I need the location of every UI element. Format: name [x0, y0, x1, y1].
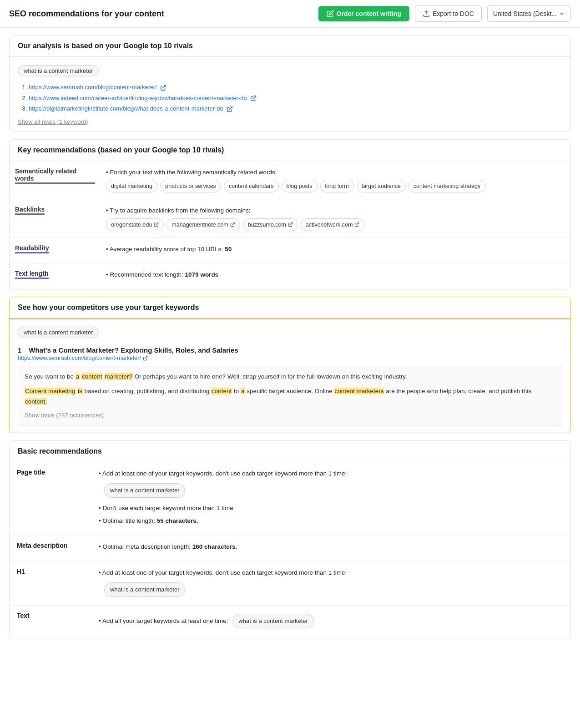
page-title-pill: what is a content marketer: [104, 481, 563, 500]
analysis-keyword-pill[interactable]: what is a content marketer: [18, 65, 99, 76]
competitor-para-1: So you want to be a content marketer? Or…: [25, 372, 555, 382]
external-link-icon-3: [227, 106, 233, 112]
svg-line-2: [253, 96, 256, 99]
highlight-content-marketers: content marketers: [334, 388, 384, 394]
basic-rec-label-h1: H1: [10, 561, 91, 606]
text-length-bullet: • Recommended text length: 1079 words: [106, 270, 565, 280]
external-link-icon-2: [250, 95, 257, 101]
svg-line-7: [357, 223, 359, 225]
semantic-bullet: • Enrich your text with the following se…: [106, 167, 565, 177]
analysis-body: what is a content marketer https://www.s…: [10, 57, 570, 131]
basic-rec-row-text: Text • Add all your target keywords at l…: [10, 606, 570, 639]
rec-row-semantic: Semantically related words • Enrich your…: [10, 161, 570, 199]
tag-content-calendars[interactable]: content calendars: [224, 180, 279, 192]
rival-link-1[interactable]: https://www.semrush.com/blog/content-mar…: [29, 84, 157, 91]
basic-rec-row-h1: H1 • Add at least one of your target key…: [10, 561, 570, 606]
tag-products-or-services[interactable]: products or services: [160, 180, 221, 192]
show-all-rivals-link[interactable]: Show all rivals (1 keyword): [18, 118, 88, 125]
export-button-label: Export to DOC: [433, 10, 474, 17]
basic-rec-content-h1: • Add at least one of your target keywor…: [91, 561, 570, 606]
page-header: SEO recommendations for your content Ord…: [0, 0, 580, 28]
page-title-keyword-pill[interactable]: what is a content marketer: [104, 483, 185, 498]
tag-managementnote[interactable]: managementnote.com: [166, 218, 240, 231]
h1-bullet-1: • Add at least one of your target keywor…: [99, 568, 563, 578]
ext-link-management: [230, 222, 235, 227]
competitor-num-1: 1: [18, 346, 21, 354]
rival-item-2: https://www.indeed.com/career-advice/fin…: [29, 93, 562, 104]
competitor-url-link-1[interactable]: https://www.semrush.com/blog/content-mar…: [18, 355, 141, 361]
highlight-is: is: [77, 388, 83, 394]
competitor-text-1: So you want to be a content marketer? Or…: [18, 366, 562, 426]
tag-target-audience[interactable]: target audience: [357, 180, 406, 192]
locale-label: United States (Deskt...: [493, 10, 557, 17]
rec-content-readability: • Average readability score of top 10 UR…: [101, 238, 570, 263]
analysis-heading: Our analysis is based on your Google top…: [10, 35, 570, 57]
tag-buzzsumo[interactable]: buzzsumo.com: [243, 218, 298, 231]
tag-oregonstate[interactable]: oregonstate.edu: [106, 218, 164, 231]
page-title-bullet-2: • Don't use each target keyword more tha…: [99, 503, 563, 514]
h1-keyword-pill[interactable]: what is a content marketer: [104, 582, 185, 597]
tag-digital-marketing[interactable]: digital marketing: [106, 180, 157, 192]
ext-link-competitor-1: [143, 356, 148, 361]
meta-bullet-1: • Optimal meta description length: 160 c…: [99, 542, 563, 552]
rec-label-semantic: Semantically related words: [10, 161, 101, 199]
basic-rec-section: Basic recommendations Page title • Add a…: [9, 440, 571, 639]
key-rec-heading: Key recommendations (based on your Googl…: [10, 140, 570, 161]
rival-link-3[interactable]: https://digitalmarketinginstitute.com/bl…: [29, 105, 223, 112]
competitor-para-2: Content marketing is based on creating, …: [25, 386, 555, 407]
basic-rec-label-page-title: Page title: [10, 462, 91, 535]
competitor-title-row: 1 What's a Content Marketer? Exploring S…: [18, 346, 562, 354]
basic-rec-heading: Basic recommendations: [10, 441, 570, 462]
svg-line-6: [290, 223, 292, 225]
ext-link-buzzsumo: [288, 222, 293, 227]
readability-value: 50: [225, 246, 232, 253]
text-keyword-pill[interactable]: what is a content marketer: [232, 614, 313, 628]
tag-long-form[interactable]: long form: [320, 180, 354, 192]
key-rec-table: Semantically related words • Enrich your…: [10, 161, 570, 289]
competitors-section: See how your competitors use your target…: [9, 297, 571, 433]
competitor-url-1: https://www.semrush.com/blog/content-mar…: [18, 355, 562, 361]
order-button-label: Order content writing: [337, 10, 401, 17]
text-bullet-1: • Add all your target keywords at least …: [99, 612, 563, 630]
export-doc-button[interactable]: Export to DOC: [415, 5, 482, 22]
text-length-label-text: Text length: [15, 270, 49, 279]
rival-link-2[interactable]: https://www.indeed.com/career-advice/fin…: [29, 95, 247, 101]
tag-activenetwork[interactable]: activenetwork.com: [301, 218, 365, 231]
backlink-tags: oregonstate.edu managementnote.com buzzs…: [106, 218, 565, 231]
meta-char-count: 160 characters.: [192, 543, 237, 550]
external-link-icon-1: [160, 85, 166, 91]
page-title-bullet-1: • Add at least one of your target keywor…: [99, 469, 563, 479]
upload-icon: [423, 10, 430, 17]
rec-row-backlinks: Backlinks • Try to acquire backlinks fro…: [10, 199, 570, 238]
highlight-a-1: a: [76, 373, 80, 380]
basic-rec-row-page-title: Page title • Add at least one of your ta…: [10, 462, 570, 535]
highlight-marketer-1: marketer?: [104, 373, 133, 380]
rec-label-backlinks: Backlinks: [10, 199, 101, 238]
readability-bullet: • Average readability score of top 10 UR…: [106, 244, 565, 254]
edit-icon: [327, 10, 334, 17]
competitors-keyword-pill[interactable]: what is a content marketer: [18, 327, 99, 338]
tag-content-marketing-strategy[interactable]: content marketing strategy: [409, 180, 485, 192]
competitor-item-1: 1 What's a Content Marketer? Exploring S…: [10, 340, 570, 433]
svg-line-5: [232, 223, 234, 225]
rec-row-text-length: Text length • Recommended text length: 1…: [10, 263, 570, 289]
analysis-section: Our analysis is based on your Google top…: [9, 35, 571, 132]
rec-content-backlinks: • Try to acquire backlinks from the foll…: [101, 199, 570, 238]
order-content-button[interactable]: Order content writing: [318, 6, 409, 21]
h1-pill: what is a content marketer: [104, 581, 563, 599]
locale-selector[interactable]: United States (Deskt...: [487, 5, 571, 22]
show-more-link[interactable]: Show more (287 occurrences): [25, 410, 555, 420]
ext-link-activenetwork: [354, 222, 359, 227]
semantic-tags: digital marketing products or services c…: [106, 180, 565, 192]
ext-link-oregonstate: [154, 222, 159, 227]
tag-blog-posts[interactable]: blog posts: [282, 180, 318, 192]
readability-label-text: Readability: [15, 244, 49, 253]
svg-line-8: [145, 356, 147, 359]
basic-rec-content-meta: • Optimal meta description length: 160 c…: [91, 536, 570, 561]
page-title-char-count: 55 characters.: [157, 517, 198, 524]
backlinks-label-text: Backlinks: [15, 206, 45, 215]
basic-rec-label-meta: Meta description: [10, 536, 91, 561]
highlight-a-2: a: [241, 388, 245, 394]
competitor-title-1: What's a Content Marketer? Exploring Ski…: [29, 346, 238, 354]
highlight-content-1: content: [81, 373, 102, 380]
